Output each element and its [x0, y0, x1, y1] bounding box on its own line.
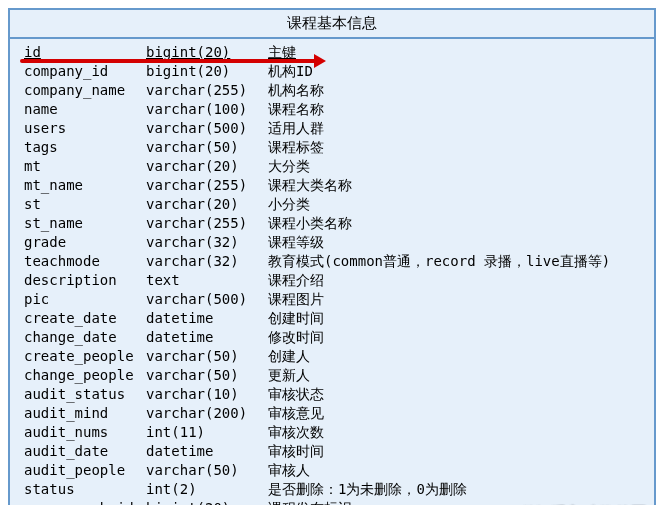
column-row: audit_statusvarchar(10)审核状态	[24, 385, 644, 404]
column-type: varchar(10)	[146, 385, 268, 404]
column-desc: 机构名称	[268, 81, 644, 100]
column-field: users	[24, 119, 146, 138]
column-type: datetime	[146, 328, 268, 347]
column-field: pic	[24, 290, 146, 309]
column-field: change_date	[24, 328, 146, 347]
column-type: varchar(50)	[146, 138, 268, 157]
column-desc: 审核人	[268, 461, 644, 480]
column-desc: 更新人	[268, 366, 644, 385]
column-desc: 创建时间	[268, 309, 644, 328]
column-row: gradevarchar(32)课程等级	[24, 233, 644, 252]
column-row: course_pub_idbigint(20)课程发布标识	[24, 499, 644, 505]
column-list: idbigint(20)主键company_idbigint(20)机构IDco…	[10, 39, 654, 505]
column-type: varchar(500)	[146, 290, 268, 309]
column-type: varchar(50)	[146, 461, 268, 480]
column-row: company_namevarchar(255)机构名称	[24, 81, 644, 100]
column-row: descriptiontext课程介绍	[24, 271, 644, 290]
column-row: change_datedatetime修改时间	[24, 328, 644, 347]
column-desc: 课程发布标识	[268, 499, 644, 505]
column-desc: 课程介绍	[268, 271, 644, 290]
column-desc: 是否删除：1为未删除，0为删除	[268, 480, 644, 499]
column-field: create_people	[24, 347, 146, 366]
column-row: company_idbigint(20)机构ID	[24, 62, 644, 81]
column-row: statusint(2)是否删除：1为未删除，0为删除	[24, 480, 644, 499]
column-type: datetime	[146, 442, 268, 461]
column-row: audit_numsint(11)审核次数	[24, 423, 644, 442]
column-desc: 课程大类名称	[268, 176, 644, 195]
column-field: course_pub_id	[24, 499, 146, 505]
column-field: company_id	[24, 62, 146, 81]
column-desc: 课程标签	[268, 138, 644, 157]
column-type: varchar(255)	[146, 176, 268, 195]
column-field: audit_mind	[24, 404, 146, 423]
column-desc: 审核意见	[268, 404, 644, 423]
column-desc: 课程图片	[268, 290, 644, 309]
column-row: st_namevarchar(255)课程小类名称	[24, 214, 644, 233]
column-desc: 审核状态	[268, 385, 644, 404]
column-type: varchar(20)	[146, 157, 268, 176]
column-row: tagsvarchar(50)课程标签	[24, 138, 644, 157]
table-title: 课程基本信息	[10, 10, 654, 39]
column-field: audit_date	[24, 442, 146, 461]
column-field: grade	[24, 233, 146, 252]
column-field: name	[24, 100, 146, 119]
column-type: text	[146, 271, 268, 290]
column-type: varchar(200)	[146, 404, 268, 423]
column-desc: 课程名称	[268, 100, 644, 119]
column-row: picvarchar(500)课程图片	[24, 290, 644, 309]
column-type: int(2)	[146, 480, 268, 499]
column-desc: 创建人	[268, 347, 644, 366]
column-desc: 审核次数	[268, 423, 644, 442]
column-type: varchar(20)	[146, 195, 268, 214]
schema-table: 课程基本信息 idbigint(20)主键company_idbigint(20…	[8, 8, 656, 505]
column-row: create_peoplevarchar(50)创建人	[24, 347, 644, 366]
column-desc: 教育模式(common普通，record 录播，live直播等)	[268, 252, 644, 271]
column-field: st_name	[24, 214, 146, 233]
column-row: create_datedatetime创建时间	[24, 309, 644, 328]
column-field: mt_name	[24, 176, 146, 195]
column-row: stvarchar(20)小分类	[24, 195, 644, 214]
column-row: audit_peoplevarchar(50)审核人	[24, 461, 644, 480]
column-field: description	[24, 271, 146, 290]
column-type: varchar(50)	[146, 347, 268, 366]
column-type: int(11)	[146, 423, 268, 442]
column-desc: 大分类	[268, 157, 644, 176]
column-type: bigint(20)	[146, 499, 268, 505]
column-field: st	[24, 195, 146, 214]
column-desc: 适用人群	[268, 119, 644, 138]
column-field: audit_status	[24, 385, 146, 404]
column-row: audit_mindvarchar(200)审核意见	[24, 404, 644, 423]
column-field: teachmode	[24, 252, 146, 271]
column-row: change_peoplevarchar(50)更新人	[24, 366, 644, 385]
column-row: audit_datedatetime审核时间	[24, 442, 644, 461]
column-field: audit_nums	[24, 423, 146, 442]
column-type: varchar(32)	[146, 252, 268, 271]
column-field: tags	[24, 138, 146, 157]
column-desc: 审核时间	[268, 442, 644, 461]
column-row: teachmodevarchar(32)教育模式(common普通，record…	[24, 252, 644, 271]
column-desc: 课程等级	[268, 233, 644, 252]
column-field: company_name	[24, 81, 146, 100]
column-desc: 修改时间	[268, 328, 644, 347]
column-type: varchar(500)	[146, 119, 268, 138]
column-type: varchar(50)	[146, 366, 268, 385]
column-desc: 课程小类名称	[268, 214, 644, 233]
column-type: varchar(255)	[146, 214, 268, 233]
column-field: change_people	[24, 366, 146, 385]
column-desc: 小分类	[268, 195, 644, 214]
column-row: usersvarchar(500)适用人群	[24, 119, 644, 138]
column-type: bigint(20)	[146, 62, 268, 81]
column-type: varchar(32)	[146, 233, 268, 252]
column-field: status	[24, 480, 146, 499]
column-type: varchar(100)	[146, 100, 268, 119]
column-field: audit_people	[24, 461, 146, 480]
column-type: varchar(255)	[146, 81, 268, 100]
column-row: mtvarchar(20)大分类	[24, 157, 644, 176]
column-row: mt_namevarchar(255)课程大类名称	[24, 176, 644, 195]
column-field: mt	[24, 157, 146, 176]
highlight-arrow	[20, 59, 322, 63]
column-row: namevarchar(100)课程名称	[24, 100, 644, 119]
column-type: datetime	[146, 309, 268, 328]
column-field: create_date	[24, 309, 146, 328]
